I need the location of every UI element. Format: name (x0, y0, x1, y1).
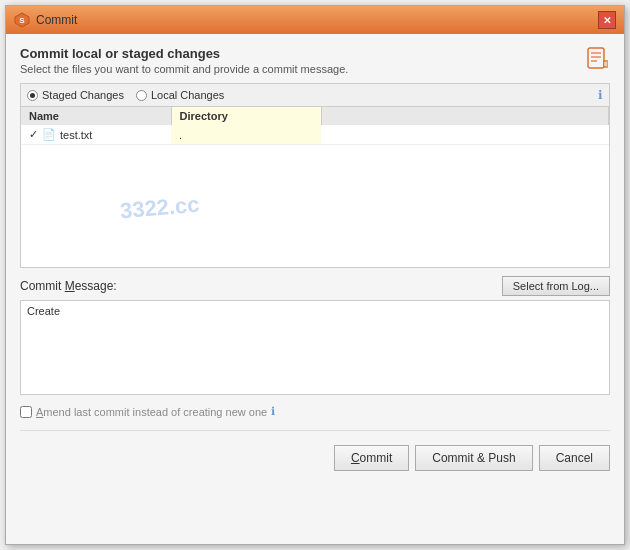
file-checkbox[interactable]: ✓ (29, 128, 38, 141)
commit-message-header: Commit Message: Select from Log... (20, 276, 610, 296)
header-heading: Commit local or staged changes (20, 46, 348, 61)
app-icon: S (14, 12, 30, 28)
col-header-extra (321, 107, 609, 125)
tab-local-changes[interactable]: Local Changes (136, 89, 224, 101)
header-section: Commit local or staged changes Select th… (20, 46, 610, 75)
file-extra-cell (321, 125, 609, 145)
col-header-name: Name (21, 107, 171, 125)
radio-staged[interactable] (27, 90, 38, 101)
tabs-left: Staged Changes Local Changes (27, 89, 224, 101)
tab-staged-changes[interactable]: Staged Changes (27, 89, 124, 101)
commit-message-section: Commit Message: Select from Log... Creat… (20, 276, 610, 395)
amend-info-icon[interactable]: ℹ (271, 405, 275, 418)
commit-and-push-button[interactable]: Commit & Push (415, 445, 532, 471)
svg-text:S: S (19, 16, 25, 25)
file-type-icon: 📄 (42, 128, 56, 141)
file-name-cell: ✓ 📄 test.txt (21, 125, 171, 145)
commit-message-input[interactable]: Create (20, 300, 610, 395)
svg-marker-6 (603, 60, 608, 68)
window-title: Commit (36, 13, 77, 27)
header-icon (586, 46, 610, 73)
close-button[interactable]: ✕ (598, 11, 616, 29)
footer-buttons: Commit Commit & Push Cancel (20, 441, 610, 475)
tab-local-label: Local Changes (151, 89, 224, 101)
table-row[interactable]: ✓ 📄 test.txt . (21, 125, 609, 145)
file-table-body: ✓ 📄 test.txt . (21, 125, 609, 145)
commit-message-label: Commit Message: (20, 279, 117, 293)
tabs-header: Staged Changes Local Changes ℹ (21, 84, 609, 107)
dialog-content: Commit local or staged changes Select th… (6, 34, 624, 544)
header-text: Commit local or staged changes Select th… (20, 46, 348, 75)
title-bar: S Commit ✕ (6, 6, 624, 34)
info-icon[interactable]: ℹ (598, 88, 603, 102)
file-table-area: Name Directory ✓ 📄 test.txt (21, 107, 609, 267)
tab-staged-label: Staged Changes (42, 89, 124, 101)
radio-local[interactable] (136, 90, 147, 101)
commit-button[interactable]: Commit (334, 445, 409, 471)
file-table: Name Directory ✓ 📄 test.txt (21, 107, 609, 145)
footer-divider (20, 430, 610, 431)
file-name: test.txt (60, 129, 92, 141)
amend-checkbox[interactable] (20, 406, 32, 418)
svg-rect-2 (588, 48, 604, 68)
col-header-directory: Directory (171, 107, 321, 125)
amend-label: Amend last commit instead of creating ne… (36, 406, 267, 418)
title-bar-buttons: ✕ (598, 11, 616, 29)
title-bar-left: S Commit (14, 12, 77, 28)
table-header-row: Name Directory (21, 107, 609, 125)
header-subtext: Select the files you want to commit and … (20, 63, 348, 75)
select-from-log-button[interactable]: Select from Log... (502, 276, 610, 296)
cancel-button[interactable]: Cancel (539, 445, 610, 471)
tabs-section: Staged Changes Local Changes ℹ Name Dire… (20, 83, 610, 268)
amend-section: Amend last commit instead of creating ne… (20, 403, 610, 420)
file-directory-cell: . (171, 125, 321, 145)
commit-dialog: S Commit ✕ Commit local or staged change… (5, 5, 625, 545)
